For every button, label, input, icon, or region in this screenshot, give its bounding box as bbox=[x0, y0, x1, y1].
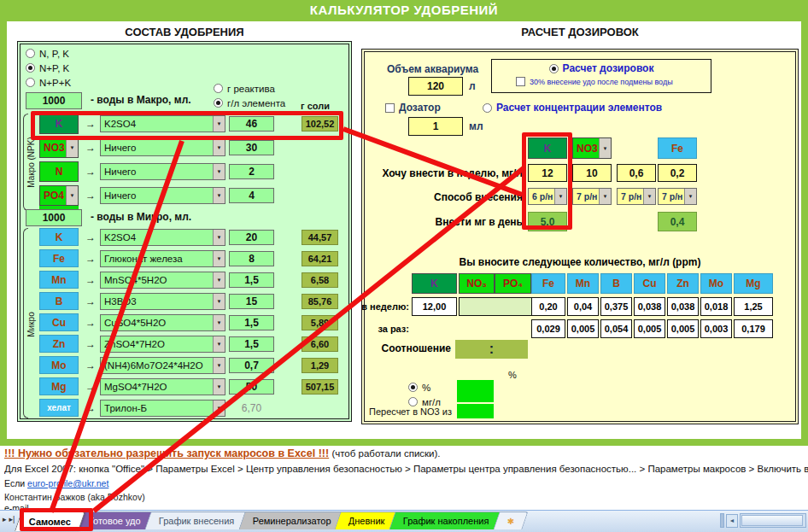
reagent-dropdown-K-arrow-icon[interactable]: ▼ bbox=[213, 116, 225, 132]
water-change-option[interactable]: 30% внесение удо после подмены воды bbox=[516, 77, 711, 86]
reagent-dropdown-хелат-arrow-icon[interactable]: ▼ bbox=[213, 400, 225, 416]
npk-radio[interactable] bbox=[26, 78, 35, 87]
concentration-mode-radio[interactable] bbox=[483, 103, 492, 113]
reagent-dropdown-Cu[interactable]: CuSO4*5H2O▼ bbox=[100, 314, 225, 331]
dosator-option[interactable]: Дозатор bbox=[385, 102, 441, 114]
value-input-N[interactable]: 2 bbox=[229, 164, 274, 179]
npk-option[interactable]: N, P, K bbox=[26, 46, 71, 61]
aquarium-volume-input[interactable]: 120 bbox=[408, 77, 463, 96]
percent-value-box[interactable] bbox=[457, 380, 494, 402]
element-chip-arrow-icon[interactable]: ▼ bbox=[66, 138, 78, 157]
reagent-dropdown-Mo[interactable]: (NH4)6Mo7O24*4H2O▼ bbox=[100, 357, 225, 374]
reagent-dropdown-PO4[interactable]: Ничего▼ bbox=[100, 187, 225, 204]
display-unit-radio[interactable] bbox=[408, 383, 418, 392]
reagent-dropdown-PO4-arrow-icon[interactable]: ▼ bbox=[213, 188, 225, 203]
method-dropdown-col4-arrow-icon[interactable]: ▼ bbox=[684, 189, 696, 204]
reagent-dropdown-хелат[interactable]: Трилон-Б▼ bbox=[100, 400, 225, 417]
unit-radio[interactable] bbox=[214, 98, 223, 108]
dosator-checkbox[interactable] bbox=[385, 103, 395, 113]
week-amount-input-col4[interactable]: 0,2 bbox=[658, 164, 697, 182]
display-unit-radio[interactable] bbox=[408, 397, 418, 406]
display-unit-option[interactable]: % bbox=[408, 380, 441, 395]
element-chip-arrow-icon[interactable]: ▼ bbox=[66, 186, 78, 205]
reagent-dropdown-Mn[interactable]: MnSO4*5H2O▼ bbox=[100, 272, 225, 289]
value-input-K[interactable]: 20 bbox=[229, 230, 274, 245]
sheet-tab-График внесения[interactable]: График внесения bbox=[145, 512, 249, 529]
sheet-tab-График накопления[interactable]: График накопления bbox=[389, 512, 503, 529]
water-change-checkbox[interactable] bbox=[516, 77, 525, 86]
reagent-dropdown-Fe[interactable]: Глюконат железа▼ bbox=[100, 250, 225, 267]
npk-radio[interactable] bbox=[26, 63, 35, 73]
scroll-left-button[interactable]: ◄ bbox=[726, 514, 738, 528]
npk-option[interactable]: N+P+K bbox=[26, 75, 71, 90]
value-input-Cu[interactable]: 1,5 bbox=[229, 315, 274, 330]
reagent-dropdown-Mg-arrow-icon[interactable]: ▼ bbox=[213, 379, 225, 395]
sheet-tabs: СамомесГотовое удоГрафик внесенияРеминер… bbox=[18, 511, 520, 531]
value-input-PO4[interactable]: 4 bbox=[229, 188, 274, 203]
sheet-tab-Самомес[interactable]: Самомес bbox=[15, 512, 85, 531]
unit-radio[interactable] bbox=[214, 84, 223, 93]
water-micro-input[interactable]: 1000 bbox=[26, 209, 82, 226]
value-input-B[interactable]: 15 bbox=[229, 294, 274, 309]
value-input-Mn[interactable]: 1,5 bbox=[229, 272, 274, 288]
horizontal-scrollbar[interactable]: ◄ bbox=[720, 513, 806, 528]
maps-to-arrow: → bbox=[84, 313, 97, 331]
reagent-dropdown-Cu-arrow-icon[interactable]: ▼ bbox=[213, 315, 225, 330]
unit-option[interactable]: г/л элемента bbox=[214, 96, 285, 110]
reagent-dropdown-Zn-arrow-icon[interactable]: ▼ bbox=[213, 336, 225, 352]
dosage-mode-option[interactable]: Расчет дозировок bbox=[492, 62, 711, 74]
water-macro-input[interactable]: 1000 bbox=[26, 92, 82, 109]
value-input-Mg[interactable]: 50 bbox=[229, 379, 274, 395]
reagent-dropdown-Zn[interactable]: ZnSO4*7H2O▼ bbox=[100, 336, 225, 353]
reagent-dropdown-K[interactable]: K2SO4▼ bbox=[100, 229, 225, 246]
value-input-Mo[interactable]: 0,7 bbox=[229, 358, 274, 373]
sheet-tab-Готовое удо[interactable]: Готовое удо bbox=[75, 512, 155, 529]
method-dropdown-col3-arrow-icon[interactable]: ▼ bbox=[643, 189, 655, 204]
value-input-NO3[interactable]: 30 bbox=[229, 140, 274, 155]
reagent-dropdown-Fe-arrow-icon[interactable]: ▼ bbox=[213, 251, 225, 266]
method-dropdown-col3[interactable]: 7 р/н▼ bbox=[617, 188, 656, 205]
reagent-dropdown-B-arrow-icon[interactable]: ▼ bbox=[213, 294, 225, 309]
reagent-dropdown-Mo-arrow-icon[interactable]: ▼ bbox=[213, 358, 225, 373]
method-dropdown-col1-arrow-icon[interactable]: ▼ bbox=[554, 189, 566, 204]
week-amount-input-col1[interactable]: 12 bbox=[528, 164, 567, 182]
unit-option[interactable]: г реактива bbox=[214, 81, 285, 96]
scrollbar-track[interactable] bbox=[740, 513, 806, 528]
value-input-K[interactable]: 46 bbox=[229, 116, 274, 132]
recalc-label: Пересчет в NO3 из bbox=[369, 406, 452, 417]
reagent-dropdown-K[interactable]: K2SO4▼ bbox=[100, 115, 225, 132]
reagent-dropdown-B[interactable]: H3BO3▼ bbox=[100, 293, 225, 310]
email-link[interactable]: euro-profile@ukr.net bbox=[27, 478, 108, 488]
scrollbar-thumb[interactable] bbox=[741, 515, 803, 526]
new-sheet-tab[interactable]: ✱ bbox=[493, 512, 528, 529]
dosage-mode-radio[interactable] bbox=[549, 64, 559, 73]
npk-option[interactable]: N+P, K bbox=[26, 61, 71, 75]
reagent-dropdown-Mn-arrow-icon[interactable]: ▼ bbox=[213, 272, 225, 288]
method-dropdown-col2-arrow-icon[interactable]: ▼ bbox=[599, 189, 611, 204]
result-header-NO₃: NO₃ bbox=[459, 273, 495, 294]
npk-radio[interactable] bbox=[26, 49, 35, 58]
reagent-dropdown-N-arrow-icon[interactable]: ▼ bbox=[213, 164, 225, 179]
sheet-tab-Реминерализатор[interactable]: Реминерализатор bbox=[238, 512, 345, 529]
dosator-volume-input[interactable]: 1 bbox=[408, 117, 463, 136]
reagent-dropdown-NO3[interactable]: Ничего▼ bbox=[100, 139, 225, 156]
dose-header-arrow-icon[interactable]: ▼ bbox=[599, 138, 611, 158]
result-dose-cell: 0,179 bbox=[734, 319, 773, 338]
value-input-Fe[interactable]: 8 bbox=[229, 251, 274, 266]
tab-nav-next-icon[interactable]: ▸ bbox=[3, 515, 7, 523]
tab-nav-buttons[interactable]: ▸ ▸| bbox=[0, 511, 18, 523]
concentration-mode-option[interactable]: Расчет концентрации элементов bbox=[483, 102, 662, 114]
tab-splitter-handle[interactable] bbox=[720, 513, 724, 528]
value-input-Zn[interactable]: 1,5 bbox=[229, 336, 274, 352]
week-amount-input-col2[interactable]: 10 bbox=[572, 164, 612, 182]
recalc-value-box[interactable] bbox=[457, 404, 494, 418]
method-dropdown-col2[interactable]: 7 р/н▼ bbox=[572, 188, 612, 205]
reagent-dropdown-Mg[interactable]: MgSO4*7H2O▼ bbox=[100, 378, 225, 395]
reagent-dropdown-N[interactable]: Ничего▼ bbox=[100, 163, 225, 180]
method-dropdown-col1[interactable]: 6 р/н▼ bbox=[528, 188, 567, 205]
method-dropdown-col4[interactable]: 7 р/н▼ bbox=[658, 188, 697, 205]
week-amount-input-col3[interactable]: 0,6 bbox=[617, 164, 656, 182]
tab-nav-last-icon[interactable]: ▸| bbox=[9, 515, 15, 523]
reagent-dropdown-K-arrow-icon[interactable]: ▼ bbox=[213, 230, 225, 245]
reagent-dropdown-NO3-arrow-icon[interactable]: ▼ bbox=[213, 140, 225, 155]
